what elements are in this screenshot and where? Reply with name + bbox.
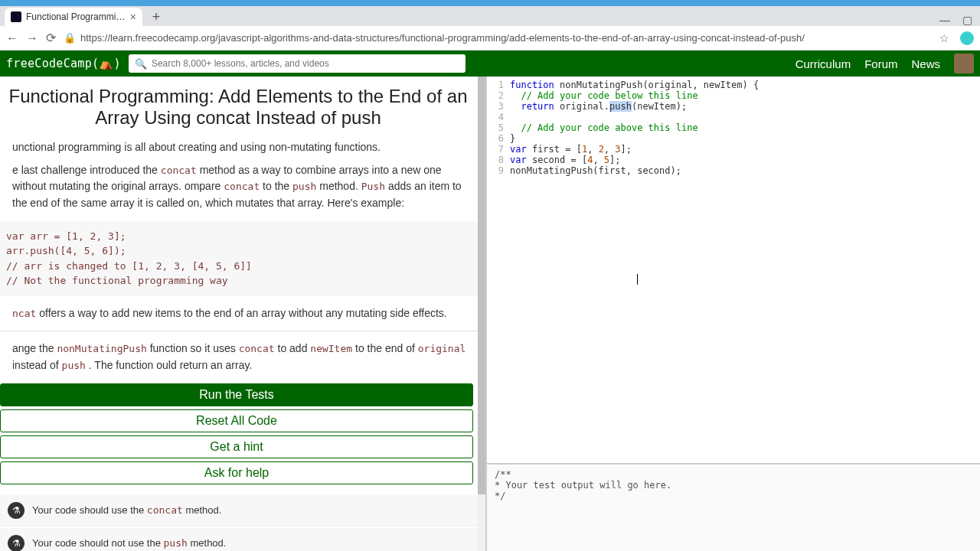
nav-forum[interactable]: Forum <box>864 57 897 70</box>
new-tab-button[interactable]: + <box>147 8 165 26</box>
star-icon[interactable]: ☆ <box>939 32 949 44</box>
address-bar: ← → ⟳ 🔒 https://learn.freecodecamp.org/j… <box>0 26 980 51</box>
lesson-para-3: ncat offers a way to add new items to th… <box>0 302 485 325</box>
lock-icon: 🔒 <box>64 32 76 44</box>
test-row: ⚗ Your code should not use the push meth… <box>0 528 485 551</box>
nav-news[interactable]: News <box>911 57 940 70</box>
ask-help-button[interactable]: Ask for help <box>0 461 473 484</box>
forward-icon[interactable]: → <box>26 31 38 45</box>
code-example: var arr = [1, 2, 3]; arr.push([4, 5, 6])… <box>0 221 485 296</box>
profile-icon[interactable] <box>960 31 974 45</box>
lesson-title: Functional Programming: Add Elements to … <box>0 86 485 136</box>
run-tests-button[interactable]: Run the Tests <box>0 383 473 406</box>
tests-list: ⚗ Your code should use the concat method… <box>0 495 485 551</box>
favicon-icon <box>11 11 21 22</box>
search-icon: 🔍 <box>135 58 147 70</box>
url-box[interactable]: 🔒 https://learn.freecodecamp.org/javascr… <box>64 32 932 44</box>
fcc-header: freeCodeCamp(⛺) 🔍 Curriculum Forum News <box>0 51 980 77</box>
get-hint-button[interactable]: Get a hint <box>0 435 473 458</box>
browser-tab[interactable]: Functional Programming: Add El × <box>5 8 142 26</box>
back-icon[interactable]: ← <box>6 31 18 45</box>
code-editor[interactable]: 1function nonMutatingPush(original, newI… <box>487 77 980 463</box>
lesson-panel: Functional Programming: Add Elements to … <box>0 77 487 551</box>
text-cursor-icon <box>637 274 638 285</box>
reload-icon[interactable]: ⟳ <box>46 31 56 45</box>
search-input[interactable] <box>152 58 459 69</box>
test-row: ⚗ Your code should use the concat method… <box>0 495 485 527</box>
minimize-icon[interactable]: — <box>939 14 950 26</box>
maximize-icon[interactable]: ▢ <box>962 14 972 26</box>
console-output: /** * Your test output will go here. */ <box>487 463 980 551</box>
url-text: https://learn.freecodecamp.org/javascrip… <box>80 32 805 44</box>
close-icon[interactable]: × <box>130 11 136 23</box>
fcc-logo[interactable]: freeCodeCamp(⛺) <box>6 57 121 70</box>
user-avatar[interactable] <box>954 54 974 73</box>
search-box[interactable]: 🔍 <box>129 54 466 73</box>
divider <box>0 331 485 331</box>
lesson-para-2: e last challenge introduced the concat m… <box>0 159 485 215</box>
nav-curriculum[interactable]: Curriculum <box>795 57 851 70</box>
tab-title: Functional Programming: Add El <box>26 11 126 22</box>
flask-icon: ⚗ <box>8 535 24 551</box>
flask-icon: ⚗ <box>8 502 24 519</box>
editor-panel: 1function nonMutatingPush(original, newI… <box>487 77 980 551</box>
reset-code-button[interactable]: Reset All Code <box>0 409 473 432</box>
lesson-para-4: ange the nonMutatingPush function so it … <box>0 337 485 377</box>
scrollbar[interactable] <box>478 77 485 551</box>
lesson-para-1: unctional programming is all about creat… <box>0 136 485 159</box>
browser-tab-strip: Functional Programming: Add El × + — ▢ <box>0 6 980 26</box>
